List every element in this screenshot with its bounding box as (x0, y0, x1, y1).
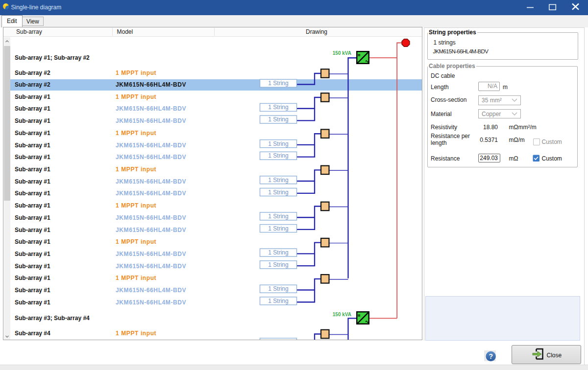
svg-text:150 kVA: 150 kVA (333, 312, 351, 317)
svg-text:1 String: 1 String (268, 80, 288, 87)
svg-text:1 String: 1 String (268, 285, 288, 292)
svg-text:1 String: 1 String (268, 261, 288, 268)
svg-text:?: ? (489, 352, 493, 360)
svg-text:1 String: 1 String (268, 116, 288, 123)
svg-text:1 String: 1 String (268, 177, 288, 184)
svg-text:1 String: 1 String (268, 225, 288, 232)
svg-text:1 String: 1 String (268, 189, 288, 196)
svg-text:1 String: 1 String (268, 213, 288, 220)
svg-text:150 kVA: 150 kVA (333, 50, 351, 56)
svg-text:1 String: 1 String (268, 298, 288, 304)
svg-text:1 String: 1 String (268, 104, 288, 111)
svg-text:1 String: 1 String (268, 140, 288, 147)
svg-text:1 String: 1 String (268, 249, 288, 256)
svg-text:1 String: 1 String (268, 152, 288, 159)
